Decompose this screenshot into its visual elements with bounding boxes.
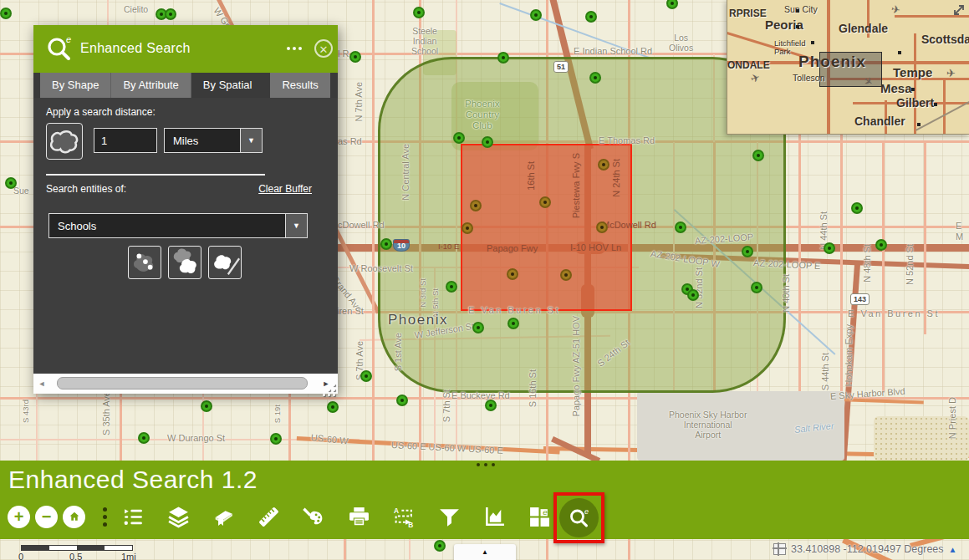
- school-dot[interactable]: [360, 370, 372, 382]
- school-dot[interactable]: [0, 8, 12, 19]
- selected-school-dot[interactable]: [462, 222, 473, 234]
- tab-by-attribute[interactable]: By Attribute: [111, 73, 191, 98]
- dialog-header[interactable]: e Enhanced Search ✕: [33, 25, 338, 73]
- spatial-line-button[interactable]: [208, 246, 242, 279]
- school-dot[interactable]: [824, 242, 835, 254]
- school-dot[interactable]: [485, 400, 497, 411]
- school-dot[interactable]: [687, 289, 699, 301]
- close-icon[interactable]: ✕: [314, 39, 333, 58]
- school-dot[interactable]: [380, 238, 392, 250]
- school-dot[interactable]: [138, 432, 150, 444]
- school-dot[interactable]: [589, 72, 601, 84]
- directions-button[interactable]: AB: [391, 504, 416, 529]
- overview-city-label: Tolleson: [793, 74, 825, 83]
- chart-button[interactable]: [482, 504, 507, 529]
- filter-button[interactable]: [436, 504, 462, 529]
- unit-select-value: Miles: [165, 135, 240, 147]
- school-dot[interactable]: [752, 150, 764, 161]
- school-dot[interactable]: [472, 322, 484, 333]
- school-dot[interactable]: [270, 433, 282, 445]
- bookmark-button[interactable]: [211, 504, 236, 529]
- enhanced-search-icon: e: [45, 34, 75, 64]
- attribute-table-toggle[interactable]: ▲: [454, 544, 516, 560]
- selected-school-dot[interactable]: [560, 269, 572, 281]
- school-dot[interactable]: [585, 11, 597, 23]
- scale-end-label: 1mi: [121, 552, 136, 560]
- more-button[interactable]: [99, 504, 110, 529]
- search-entities-label: Search entities of:: [46, 183, 126, 195]
- overview-map[interactable]: RPRISESun CityPeoriaGlendaleScottsdaleLi…: [727, 0, 969, 135]
- legend-button[interactable]: [120, 504, 145, 529]
- school-dot[interactable]: [201, 400, 212, 412]
- overview-city-label: Scottsdale: [921, 33, 969, 46]
- measure-button[interactable]: [256, 504, 281, 529]
- school-dot[interactable]: [482, 136, 493, 148]
- apps-button[interactable]: e: [527, 504, 552, 529]
- selected-school-dot[interactable]: [507, 268, 518, 280]
- selected-school-dot[interactable]: [596, 221, 608, 233]
- scrollbar-thumb[interactable]: [57, 377, 308, 389]
- school-dot[interactable]: [446, 281, 457, 293]
- overview-city-dot: [934, 103, 937, 106]
- school-dot[interactable]: [851, 202, 863, 214]
- buffer-shape-button[interactable]: [46, 123, 83, 160]
- coordinate-expand-icon[interactable]: ▲: [949, 545, 957, 554]
- spatial-points-button[interactable]: [128, 246, 161, 279]
- dialog-resize-handle[interactable]: [324, 384, 338, 397]
- airport-icon: ✈: [946, 67, 956, 79]
- layer-select[interactable]: Schools ▼: [48, 213, 308, 238]
- overview-city-label: Mesa: [880, 82, 912, 95]
- clear-buffer-link[interactable]: Clear Buffer: [258, 183, 312, 195]
- tab-by-shape[interactable]: By Shape: [40, 73, 111, 98]
- school-dot[interactable]: [413, 7, 425, 18]
- spatial-polygon-button[interactable]: [168, 246, 201, 279]
- school-dot[interactable]: [507, 318, 519, 329]
- school-dot[interactable]: [530, 9, 542, 21]
- school-dot[interactable]: [751, 282, 762, 293]
- overview-road-segment: [914, 33, 916, 134]
- school-dot[interactable]: [396, 395, 408, 406]
- tab-results[interactable]: Results: [270, 73, 329, 98]
- overview-expand-icon[interactable]: [951, 3, 966, 18]
- dialog-scrollbar[interactable]: ◄ ►: [33, 374, 338, 394]
- print-button[interactable]: [346, 504, 371, 529]
- chevron-down-icon: ▼: [285, 214, 307, 237]
- tab-by-spatial[interactable]: By Spatial: [191, 73, 264, 98]
- svg-text:e: e: [543, 507, 548, 517]
- overview-city-label: Chandler: [854, 115, 905, 128]
- school-dot[interactable]: [327, 401, 339, 413]
- layers-button[interactable]: [166, 504, 191, 529]
- chart-icon: [483, 506, 506, 528]
- school-dot[interactable]: [675, 221, 686, 233]
- school-dot[interactable]: [165, 8, 176, 20]
- school-dot[interactable]: [434, 540, 446, 552]
- selected-school-dot[interactable]: [598, 159, 609, 171]
- school-dot[interactable]: [875, 239, 887, 251]
- app-title: Enhanced Search 1.2: [8, 466, 258, 494]
- school-dot[interactable]: [742, 246, 753, 257]
- home-button[interactable]: [63, 504, 85, 529]
- scroll-left-icon[interactable]: ◄: [33, 379, 50, 388]
- toolbar: +−ABe: [8, 504, 572, 529]
- school-dot[interactable]: [5, 177, 17, 189]
- unit-select[interactable]: Miles ▼: [164, 128, 263, 153]
- distance-input[interactable]: [94, 128, 157, 153]
- zoom-out-button[interactable]: −: [35, 504, 58, 529]
- directions-icon: AB: [393, 506, 416, 528]
- school-dot[interactable]: [453, 132, 465, 144]
- footer-drag-handle[interactable]: [477, 463, 495, 466]
- school-dot[interactable]: [666, 0, 678, 9]
- school-dot[interactable]: [497, 52, 509, 64]
- zoom-in-button[interactable]: +: [8, 504, 30, 529]
- coordinate-icon[interactable]: [773, 543, 786, 555]
- school-dot[interactable]: [349, 51, 361, 63]
- dialog-menu-icon[interactable]: [287, 47, 302, 50]
- selected-school-dot[interactable]: [539, 196, 551, 208]
- overview-city-dot: [796, 25, 799, 28]
- overview-city-dot: [917, 123, 921, 126]
- enhanced-search-button[interactable]: e: [553, 492, 604, 543]
- airport-icon: ✈: [749, 71, 762, 86]
- draw-button[interactable]: [301, 504, 326, 529]
- selected-school-dot[interactable]: [470, 200, 482, 211]
- overview-city-dot: [811, 41, 814, 44]
